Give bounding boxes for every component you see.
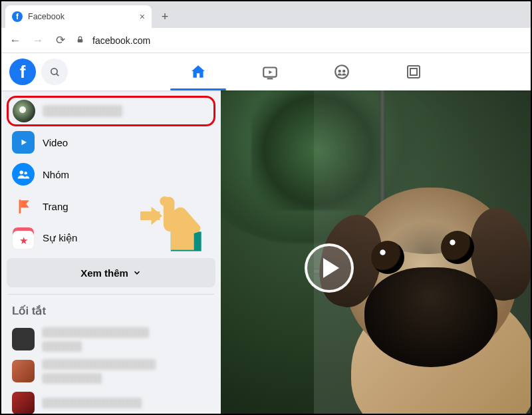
lock-icon <box>76 35 84 46</box>
fb-header: f <box>1 53 531 90</box>
shortcut-label-redacted <box>43 373 102 384</box>
shortcut-thumbnail <box>12 328 35 350</box>
back-button[interactable]: ← <box>8 34 23 47</box>
nav-gaming[interactable] <box>380 53 447 90</box>
sidebar: Video Nhóm Trang ★ Sự kiện Xem thêm Lối … <box>1 90 221 414</box>
sidebar-item-label: Video <box>43 137 68 148</box>
calendar-icon: ★ <box>12 227 35 249</box>
svg-rect-9 <box>408 66 420 78</box>
shortcut-item[interactable] <box>7 355 215 387</box>
shortcut-label-redacted <box>43 359 156 370</box>
home-icon <box>190 63 207 80</box>
nav-home[interactable] <box>165 53 231 90</box>
forward-button[interactable]: → <box>31 34 45 47</box>
shortcut-label-redacted <box>43 398 142 408</box>
address-url[interactable]: facebook.com <box>92 35 150 46</box>
play-button[interactable] <box>305 243 354 293</box>
feed <box>221 90 531 414</box>
feed-video-post[interactable] <box>221 90 531 414</box>
svg-rect-14 <box>19 200 21 213</box>
profile-name-redacted <box>43 105 123 117</box>
svg-marker-4 <box>269 70 272 74</box>
groups-icon <box>333 63 350 80</box>
fb-top-nav <box>85 53 447 90</box>
sidebar-item-video[interactable]: Video <box>7 126 215 158</box>
groups-icon <box>12 163 35 186</box>
video-icon <box>12 131 35 154</box>
nav-groups[interactable] <box>309 53 375 90</box>
flag-icon <box>12 195 35 217</box>
facebook-logo[interactable]: f <box>9 59 36 85</box>
svg-rect-10 <box>410 69 417 75</box>
shortcut-item[interactable] <box>7 323 215 355</box>
browser-toolbar: ← → ⟳ facebook.com <box>1 28 531 53</box>
watch-icon <box>261 63 279 80</box>
browser-tab-strip: f Facebook × + <box>1 1 531 28</box>
fb-body: Video Nhóm Trang ★ Sự kiện Xem thêm Lối … <box>1 90 531 414</box>
shortcut-label-redacted <box>43 327 149 338</box>
svg-point-8 <box>342 70 345 72</box>
divider <box>8 294 214 295</box>
nav-watch[interactable] <box>237 53 303 90</box>
sidebar-item-label: Sự kiện <box>43 232 77 244</box>
sidebar-item-label: Nhóm <box>43 169 69 180</box>
shortcut-thumbnail <box>12 392 35 414</box>
svg-rect-0 <box>78 39 83 42</box>
avatar <box>13 100 35 122</box>
svg-point-7 <box>338 70 341 72</box>
sidebar-item-profile[interactable] <box>7 96 215 126</box>
sidebar-item-groups[interactable]: Nhóm <box>7 158 215 190</box>
shortcuts-heading: Lối tắt <box>7 301 215 323</box>
gaming-icon <box>406 64 422 80</box>
reload-button[interactable]: ⟳ <box>53 33 68 47</box>
shortcut-item[interactable] <box>7 387 215 414</box>
shortcut-label-redacted <box>43 341 82 352</box>
see-more-label: Xem thêm <box>80 267 128 279</box>
shortcut-thumbnail <box>12 360 35 382</box>
tab-title: Facebook <box>28 12 65 21</box>
sidebar-item-pages[interactable]: Trang <box>7 190 215 222</box>
close-icon[interactable]: × <box>140 11 145 22</box>
svg-marker-11 <box>22 140 27 145</box>
svg-point-13 <box>24 172 27 174</box>
dog-image <box>325 161 531 414</box>
svg-point-12 <box>20 171 24 175</box>
facebook-favicon: f <box>12 11 23 22</box>
svg-point-6 <box>335 65 348 78</box>
search-button[interactable] <box>41 59 68 85</box>
search-icon <box>49 67 61 78</box>
svg-line-2 <box>56 73 58 75</box>
browser-tab[interactable]: f Facebook × <box>5 5 152 28</box>
svg-point-1 <box>51 68 57 74</box>
chevron-down-icon <box>132 268 142 277</box>
sidebar-see-more[interactable]: Xem thêm <box>7 258 215 287</box>
sidebar-item-events[interactable]: ★ Sự kiện <box>7 222 215 254</box>
sidebar-item-label: Trang <box>43 201 68 212</box>
new-tab-button[interactable]: + <box>156 7 174 26</box>
